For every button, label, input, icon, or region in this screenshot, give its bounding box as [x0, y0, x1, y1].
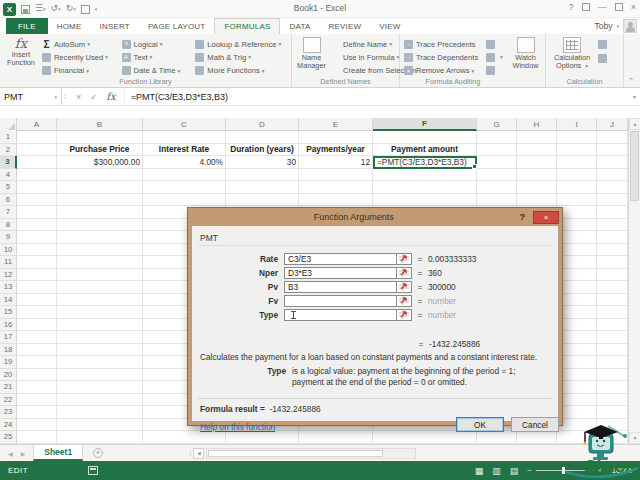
cell-A24[interactable] — [17, 419, 57, 432]
minimize-icon[interactable]: — — [598, 2, 607, 12]
cell-I1[interactable] — [557, 131, 597, 144]
cell-H3[interactable] — [517, 156, 557, 169]
calculate-now-icon[interactable] — [596, 38, 618, 51]
page-break-view-icon[interactable]: ▤ — [510, 466, 519, 476]
cell-B8[interactable] — [57, 219, 143, 232]
cell-B4[interactable] — [57, 169, 143, 182]
cell-I22[interactable] — [557, 394, 597, 407]
cell-B13[interactable] — [57, 281, 143, 294]
row-header-16[interactable]: 16 — [0, 319, 17, 332]
row-header-25[interactable]: 25 — [0, 431, 17, 444]
cell-I4[interactable] — [557, 169, 597, 182]
scroll-up-icon[interactable]: ▲ — [629, 118, 640, 130]
cell-A8[interactable] — [17, 219, 57, 232]
cell-B21[interactable] — [57, 381, 143, 394]
row-header-23[interactable]: 23 — [0, 406, 17, 419]
cell-J25[interactable] — [597, 431, 628, 444]
scroll-down-icon[interactable]: ▼ — [629, 432, 640, 444]
cell-I20[interactable] — [557, 369, 597, 382]
row-header-1[interactable]: 1 — [0, 131, 17, 144]
pv-input[interactable]: B3 — [284, 281, 397, 293]
enter-entry-icon[interactable]: ✓ — [90, 92, 97, 102]
math-trig-button[interactable]: Math & Trig▾ — [193, 51, 289, 63]
cell-A12[interactable] — [17, 269, 57, 282]
cell-A3[interactable] — [17, 156, 57, 169]
avatar[interactable] — [623, 19, 637, 33]
type-range-selector-icon[interactable] — [397, 309, 412, 321]
cell-A6[interactable] — [17, 194, 57, 207]
cell-A5[interactable] — [17, 181, 57, 194]
nper-input[interactable]: D3*E3 — [284, 267, 397, 279]
logical-button[interactable]: ?Logical▾ — [120, 38, 194, 50]
row-header-20[interactable]: 20 — [0, 369, 17, 382]
column-header-F[interactable]: F — [373, 118, 477, 131]
show-formulas-icon[interactable] — [484, 38, 504, 50]
cell-I12[interactable] — [557, 269, 597, 282]
restore-icon[interactable] — [615, 3, 623, 11]
zoom-slider[interactable]: − + — [527, 466, 602, 475]
cell-G6[interactable] — [477, 194, 517, 207]
lookup-reference-button[interactable]: Lookup & Reference▾ — [193, 38, 289, 50]
cell-B24[interactable] — [57, 419, 143, 432]
sheet-tab-sheet1[interactable]: Sheet1 — [33, 445, 83, 461]
zoom-in-icon[interactable]: + — [598, 466, 603, 475]
column-header-H[interactable]: H — [517, 118, 557, 131]
column-header-B[interactable]: B — [57, 118, 143, 131]
cell-I23[interactable] — [557, 406, 597, 419]
cell-B10[interactable] — [57, 244, 143, 257]
cell-H25[interactable] — [517, 431, 557, 444]
cell-A25[interactable] — [17, 431, 57, 444]
column-header-E[interactable]: E — [299, 118, 373, 131]
cell-I15[interactable] — [557, 306, 597, 319]
cell-I10[interactable] — [557, 244, 597, 257]
row-header-6[interactable]: 6 — [0, 194, 17, 207]
cell-J16[interactable] — [597, 319, 628, 332]
cell-I14[interactable] — [557, 294, 597, 307]
row-header-14[interactable]: 14 — [0, 294, 17, 307]
error-checking-icon[interactable]: ▾ — [484, 51, 504, 63]
row-header-22[interactable]: 22 — [0, 394, 17, 407]
cell-J13[interactable] — [597, 281, 628, 294]
cell-E25[interactable] — [299, 431, 373, 444]
row-header-15[interactable]: 15 — [0, 306, 17, 319]
cell-B3[interactable]: $300,000.00 — [57, 156, 143, 169]
cell-B7[interactable] — [57, 206, 143, 219]
cell-A2[interactable] — [17, 144, 57, 157]
fv-input[interactable] — [284, 295, 397, 307]
cell-D2[interactable]: Duration (years) — [226, 144, 299, 157]
cell-C3[interactable]: 4.00% — [143, 156, 226, 169]
cell-A20[interactable] — [17, 369, 57, 382]
select-all-corner[interactable] — [0, 118, 17, 131]
cell-G2[interactable] — [477, 144, 517, 157]
tab-view[interactable]: VIEW — [370, 18, 409, 34]
cell-I18[interactable] — [557, 344, 597, 357]
cell-J8[interactable] — [597, 219, 628, 232]
cell-B16[interactable] — [57, 319, 143, 332]
cell-F25[interactable] — [373, 431, 477, 444]
cell-F2[interactable]: Payment amount — [373, 144, 477, 157]
trace-precedents-button[interactable]: →Trace Precedents — [402, 38, 484, 50]
name-box-dropdown-icon[interactable]: ▾ — [54, 94, 57, 100]
cell-F6[interactable] — [373, 194, 477, 207]
row-header-19[interactable]: 19 — [0, 356, 17, 369]
cell-J11[interactable] — [597, 256, 628, 269]
column-header-J[interactable]: J — [597, 118, 628, 131]
row-header-17[interactable]: 17 — [0, 331, 17, 344]
cell-J22[interactable] — [597, 394, 628, 407]
cell-A19[interactable] — [17, 356, 57, 369]
cell-J20[interactable] — [597, 369, 628, 382]
cell-B5[interactable] — [57, 181, 143, 194]
rate-input[interactable]: C3/E3 — [284, 253, 397, 265]
cell-E5[interactable] — [299, 181, 373, 194]
autosum-button[interactable]: ΣAutoSum▾ — [40, 38, 120, 50]
cell-I19[interactable] — [557, 356, 597, 369]
cell-J12[interactable] — [597, 269, 628, 282]
cell-A4[interactable] — [17, 169, 57, 182]
cell-I6[interactable] — [557, 194, 597, 207]
create-from-selection-button[interactable]: Create from Selection — [329, 65, 397, 77]
use-in-formula-button[interactable]: Use in Formula▾ — [329, 51, 397, 63]
vertical-scroll-thumb[interactable] — [630, 131, 639, 201]
cell-B12[interactable] — [57, 269, 143, 282]
cancel-entry-icon[interactable]: × — [76, 92, 81, 102]
cell-I5[interactable] — [557, 181, 597, 194]
